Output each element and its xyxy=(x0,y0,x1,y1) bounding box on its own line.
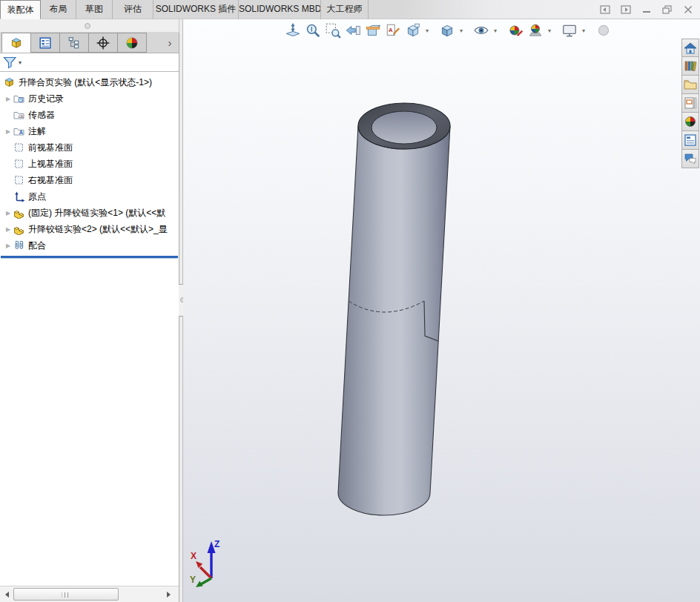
tree-row-top-plane[interactable]: 上视基准面 xyxy=(0,156,179,172)
scroll-right-button[interactable] xyxy=(164,589,174,600)
tab-sketch[interactable]: 草图 xyxy=(76,0,113,19)
part-icon xyxy=(13,223,25,235)
ambient-occlusion-icon[interactable] xyxy=(595,22,612,39)
expand-arrow-icon[interactable]: ▶ xyxy=(4,128,13,135)
tree-row-sensors[interactable]: 传感器 xyxy=(0,107,179,123)
section-view-icon[interactable] xyxy=(364,22,382,39)
filter-icon[interactable] xyxy=(3,56,17,69)
tree-row-assembly-root[interactable]: 升降合页实验 (默认<显示状态-1>) xyxy=(0,74,179,90)
svg-text:A: A xyxy=(19,129,24,136)
tree-filter-row: ▾ xyxy=(0,53,179,72)
tab-da-gong-cheng-shi[interactable]: 大工程师 xyxy=(321,0,369,19)
display-style-dropdown-caret[interactable]: ▾ xyxy=(458,27,464,34)
tree-label: 上视基准面 xyxy=(28,158,179,171)
pane-collapse-right-icon[interactable] xyxy=(620,4,632,15)
solidworks-window: { "ribbon_tabs": [ {"label": "装配体", "act… xyxy=(0,0,700,602)
feature-manager-panel: › ▾ 升降合页实验 (默认<显示状态-1>) ▶ xyxy=(0,33,179,602)
close-icon[interactable] xyxy=(682,4,694,15)
propertymanager-tab[interactable] xyxy=(30,33,60,53)
hide-show-dropdown-caret[interactable]: ▾ xyxy=(492,27,498,34)
tree-row-right-plane[interactable]: 右视基准面 xyxy=(0,172,179,188)
view-palette-icon xyxy=(683,96,698,110)
zoom-in-out-icon[interactable] xyxy=(304,22,322,39)
tab-assembly[interactable]: 装配体 xyxy=(0,0,41,19)
tab-solidworks-mbd[interactable]: SOLIDWORKS MBD xyxy=(239,0,321,19)
display-style-icon[interactable] xyxy=(438,22,456,39)
view-settings-dropdown-caret[interactable]: ▾ xyxy=(581,27,587,34)
tree-row-annotations[interactable]: ▶ A 注解 xyxy=(0,123,179,139)
displaymanager-icon xyxy=(125,36,139,50)
tree-label: 右视基准面 xyxy=(28,174,179,187)
edit-appearance-icon[interactable] xyxy=(506,22,524,39)
tree-label: 传感器 xyxy=(28,109,179,122)
hide-show-items-icon[interactable] xyxy=(472,22,490,39)
model-viewport xyxy=(183,19,700,602)
scroll-left-button[interactable] xyxy=(2,589,12,600)
tree-row-component-2[interactable]: ▶ 升降铰链实验<2> (默认<<默认>_显 xyxy=(0,221,179,237)
tree-row-history[interactable]: ▶ 历史记录 xyxy=(0,90,179,107)
featuremanager-tree-tab[interactable] xyxy=(1,33,31,53)
tree-label: 升降合页实验 (默认<显示状态-1>) xyxy=(19,76,179,89)
tab-layout[interactable]: 布局 xyxy=(41,0,76,19)
view-settings-icon[interactable] xyxy=(561,22,578,39)
commandmanager-collapsed-strip[interactable] xyxy=(0,19,179,33)
task-pane-tab-strip xyxy=(681,39,700,168)
tab-evaluate[interactable]: 评估 xyxy=(113,0,153,19)
minimize-icon[interactable] xyxy=(641,4,653,15)
panel-resize-grip[interactable] xyxy=(85,23,90,29)
restore-icon[interactable] xyxy=(661,4,673,15)
apply-scene-dropdown-caret[interactable]: ▾ xyxy=(547,27,552,34)
tree-label: 升降铰链实验<2> (默认<<默认>_显 xyxy=(28,223,179,236)
solidworks-forum-tab[interactable] xyxy=(681,150,699,168)
custom-properties-tab[interactable] xyxy=(681,131,699,150)
pane-collapse-left-icon[interactable] xyxy=(599,4,611,15)
tab-solidworks-addins[interactable]: SOLIDWORKS 插件 xyxy=(153,0,239,19)
tree-row-component-1[interactable]: ▶ (固定) 升降铰链实验<1> (默认<<默 xyxy=(0,205,179,221)
x-axis-label: X xyxy=(191,551,197,561)
configurationmanager-tab[interactable] xyxy=(59,33,89,53)
apply-scene-icon[interactable] xyxy=(526,22,544,39)
appearances-sphere-icon xyxy=(683,114,698,129)
expand-arrow-icon[interactable]: ▶ xyxy=(4,242,13,249)
panel-horizontal-scrollbar[interactable] xyxy=(0,586,179,602)
previous-view-icon[interactable] xyxy=(344,22,362,39)
file-explorer-tab[interactable] xyxy=(681,76,699,94)
view-palette-tab[interactable] xyxy=(681,94,699,113)
model-part-cylinder[interactable] xyxy=(338,103,450,515)
filter-dropdown-caret[interactable]: ▾ xyxy=(19,59,22,66)
tree-label: 配合 xyxy=(28,239,179,252)
annotations-folder-icon: A xyxy=(13,125,25,137)
mates-paperclip-icon xyxy=(13,239,25,251)
assembly-tree-icon xyxy=(10,36,23,50)
displaymanager-tab[interactable] xyxy=(117,33,147,53)
zoom-to-area-icon[interactable] xyxy=(324,22,342,39)
view-orientation-dropdown-caret[interactable]: ▾ xyxy=(424,27,430,34)
y-axis-label: Y xyxy=(190,575,196,585)
tree-row-front-plane[interactable]: 前视基准面 xyxy=(0,139,179,156)
dimxpertmanager-icon xyxy=(96,36,110,50)
expand-arrow-icon[interactable]: ▶ xyxy=(4,210,13,216)
scrollbar-thumb[interactable] xyxy=(13,588,119,601)
solidworks-resources-tab[interactable] xyxy=(681,39,699,57)
design-library-tab[interactable] xyxy=(681,57,699,76)
home-icon xyxy=(683,41,698,56)
graphics-area[interactable]: A ▾ ▾ xyxy=(183,19,700,602)
dimxpertmanager-tab[interactable] xyxy=(88,33,118,53)
tree-row-origin[interactable]: 原点 xyxy=(0,188,179,205)
manager-tabs-overflow-button[interactable]: › xyxy=(161,33,179,53)
tree-row-mates[interactable]: ▶ 配合 xyxy=(0,237,179,254)
plane-icon xyxy=(13,158,25,170)
tube-bore[interactable] xyxy=(372,111,437,144)
rollback-bar[interactable] xyxy=(1,256,178,258)
expand-arrow-icon[interactable]: ▶ xyxy=(4,96,13,102)
feature-tree: 升降合页实验 (默认<显示状态-1>) ▶ 历史记录 xyxy=(0,72,179,258)
ribbon-tab-bar: 装配体 布局 草图 评估 SOLIDWORKS 插件 SOLIDWORKS MB… xyxy=(0,0,700,19)
expand-arrow-icon[interactable]: ▶ xyxy=(4,226,13,233)
zoom-to-fit-icon[interactable] xyxy=(284,22,302,39)
view-orientation-icon[interactable] xyxy=(404,22,422,39)
configurationmanager-icon xyxy=(67,36,81,50)
appearances-scenes-tab[interactable] xyxy=(681,113,699,131)
manager-tab-strip: › xyxy=(0,33,179,53)
dynamic-annotation-views-icon[interactable]: A xyxy=(384,22,402,39)
part-icon xyxy=(13,207,25,219)
